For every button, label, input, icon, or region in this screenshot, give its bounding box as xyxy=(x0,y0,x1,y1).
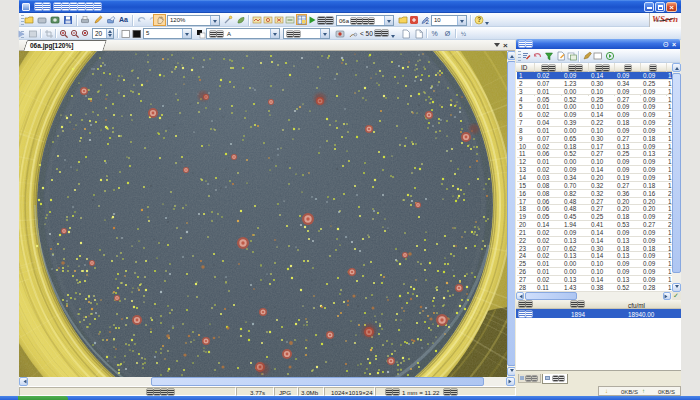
svg-text:2: 2 xyxy=(425,19,429,25)
svg-text:?: ? xyxy=(477,16,481,23)
